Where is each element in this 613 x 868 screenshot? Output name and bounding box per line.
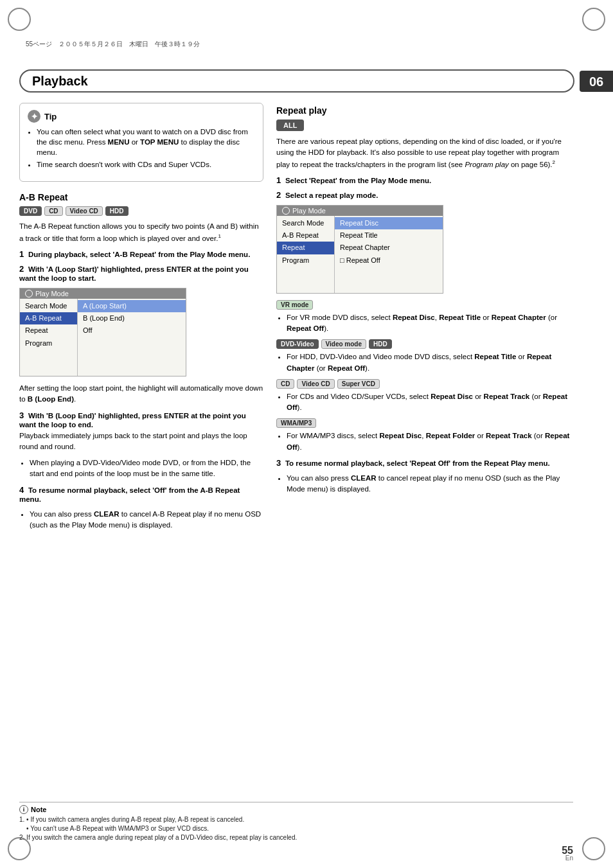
badge-cd-repeat: CD [276, 379, 294, 389]
page-lang: En [565, 855, 573, 862]
vr-mode-list: For VR mode DVD discs, select Repeat Dis… [276, 312, 573, 335]
ab-step3-num: 3 [19, 411, 24, 420]
main-content: ✦ Tip You can often select what you want… [19, 103, 573, 829]
menu2-left: Search Mode A-B Repeat Repeat Program [277, 216, 335, 293]
ab-step4-bullet1: You can also press CLEAR to cancel A-B R… [30, 509, 263, 531]
menu2-right-row4: □ Repeat Off [335, 254, 443, 267]
wma-badge-row: WMA/MP3 [276, 418, 573, 428]
ab-step4: 4 To resume normal playback, select 'Off… [19, 485, 263, 504]
vr-mode-text: For VR mode DVD discs, select Repeat Dis… [287, 312, 573, 335]
repeat-step3-text: To resume normal playback, select 'Repea… [285, 459, 550, 467]
menu1-right-row3: Off [78, 324, 186, 337]
ab-step3: 3 With 'B (Loop End)' highlighted, press… [19, 411, 263, 453]
menu2-header: Play Mode [277, 206, 443, 216]
menu1-right: A (Loop Start) B (Loop End) Off [78, 299, 186, 376]
dvd-video-badge-row: DVD-Video Video mode HDD [276, 339, 573, 349]
ab-step3-bullets: When playing a DVD-Video/Video mode DVD,… [19, 457, 263, 480]
ab-step3-text: With 'B (Loop End)' highlighted, press E… [19, 412, 246, 429]
menu2-right-row2: Repeat Title [335, 229, 443, 242]
menu1-body: Search Mode A-B Repeat Repeat Program A … [20, 299, 186, 376]
chapter-number: 06 [580, 71, 613, 92]
menu2-left-row1: Search Mode [277, 217, 334, 229]
menu2-left-row2: A-B Repeat [277, 229, 334, 242]
menu1-icon [25, 290, 33, 297]
ab-repeat-heading: A-B Repeat [19, 192, 263, 202]
corner-decoration-tl [8, 8, 31, 31]
repeat-step3: 3 To resume normal playback, select 'Rep… [276, 458, 573, 468]
menu2-title: Play Mode [292, 207, 326, 215]
ab-step4-text: To resume normal playback, select 'Off' … [19, 486, 240, 503]
section-header: Playback [19, 69, 574, 93]
note-icon: i [19, 805, 28, 814]
badge-hdd: HDD [105, 206, 129, 216]
menu1-right-row2: B (Loop End) [78, 312, 186, 324]
vr-mode-badge-row: VR mode [276, 300, 573, 310]
ab-step1: 1 During playback, select 'A-B Repeat' f… [19, 249, 263, 259]
menu2-left-row4: Program [277, 254, 334, 267]
repeat-step1: 1 Select 'Repeat' from the Play Mode men… [276, 175, 573, 185]
menu2-right-row3: Repeat Chapter [335, 242, 443, 254]
tip-label: Tip [44, 112, 57, 121]
right-column: Repeat play ALL There are various repeat… [276, 103, 573, 829]
ab-step4-bullets: You can also press CLEAR to cancel A-B R… [19, 509, 263, 531]
menu1-left-row6 [20, 362, 77, 375]
cd-vcd-badge-row: CD Video CD Super VCD [276, 379, 573, 389]
wma-list: For WMA/MP3 discs, select Repeat Disc, R… [276, 430, 573, 453]
menu1-left-row1: Search Mode [20, 300, 77, 312]
menu2-left-row6 [277, 279, 334, 292]
file-metadata: 55ページ ２００５年５月２６日 木曜日 午後３時１９分 [26, 40, 200, 49]
menu2-right-row6 [335, 279, 443, 292]
repeat-play-heading: Repeat play [276, 105, 573, 116]
badge-dvd: DVD [19, 206, 42, 216]
badge-super-vcd: Super VCD [337, 379, 380, 389]
menu1-right-row6 [78, 362, 186, 375]
ab-step2: 2 With 'A (Loop Start)' highlighted, pre… [19, 264, 263, 283]
ab-repeat-menu: Play Mode Search Mode A-B Repeat Repeat … [19, 288, 186, 376]
ab-step1-text: During playback, select 'A-B Repeat' fro… [28, 251, 250, 258]
badge-video-mode: Video mode [321, 339, 367, 349]
badge-wma-mp3: WMA/MP3 [276, 418, 316, 428]
page-title: Playback [32, 74, 88, 89]
note-bar-header: i Note [19, 805, 573, 814]
ab-repeat-intro: The A-B Repeat function allows you to sp… [19, 221, 263, 244]
menu1-right-row4 [78, 337, 186, 350]
menu1-left: Search Mode A-B Repeat Repeat Program [20, 299, 78, 376]
badge-dvd-video: DVD-Video [276, 339, 319, 349]
menu1-left-row4: Program [20, 337, 77, 350]
ab-step1-num: 1 [19, 249, 24, 259]
note-text: 1. • If you switch camera angles during … [19, 815, 573, 842]
dvd-video-list: For HDD, DVD-Video and Video mode DVD di… [276, 351, 573, 374]
badge-cd: CD [44, 206, 62, 216]
repeat-step3-bullets: You can also press CLEAR to cancel repea… [276, 473, 573, 495]
tip-item-1: You can often select what you want to wa… [37, 127, 255, 157]
repeat-all-badge-row: ALL [276, 120, 573, 131]
tip-icon: ✦ [28, 110, 40, 123]
repeat-step2-text: Select a repeat play mode. [285, 191, 378, 199]
badge-hdd-repeat: HDD [369, 339, 392, 349]
menu2-right: Repeat Disc Repeat Title Repeat Chapter … [335, 216, 443, 293]
tip-header: ✦ Tip [28, 110, 255, 123]
menu2-right-row1: Repeat Disc [335, 217, 443, 229]
menu2-body: Search Mode A-B Repeat Repeat Program Re… [277, 216, 443, 293]
repeat-step1-num: 1 [276, 175, 281, 185]
corner-decoration-br [582, 837, 605, 860]
ab-step4-num: 4 [19, 485, 24, 495]
badge-videocd-repeat: Video CD [297, 379, 334, 389]
ab-step2-text: With 'A (Loop Start)' highlighted, press… [19, 265, 249, 282]
wma-text: For WMA/MP3 discs, select Repeat Disc, R… [287, 430, 573, 453]
menu1-left-row5 [20, 350, 77, 362]
menu1-header: Play Mode [20, 288, 186, 299]
ab-repeat-badges: DVD CD Video CD HDD [19, 206, 263, 216]
note-bar: i Note 1. • If you switch camera angles … [19, 802, 573, 842]
badge-all: ALL [276, 120, 304, 131]
repeat-step3-bullet1: You can also press CLEAR to cancel repea… [287, 473, 573, 495]
tip-box: ✦ Tip You can often select what you want… [19, 103, 263, 182]
ab-after-step2: After setting the loop start point, the … [19, 383, 263, 405]
corner-decoration-tr [582, 8, 605, 31]
menu2-icon [282, 207, 290, 215]
repeat-step2: 2 Select a repeat play mode. [276, 190, 573, 200]
menu1-title: Play Mode [35, 290, 69, 297]
ab-step3-body: Playback immediately jumps back to the s… [19, 430, 263, 453]
menu2-left-row3: Repeat [277, 242, 334, 254]
tip-item-2: Time search doesn't work with CDs and Su… [37, 159, 255, 170]
